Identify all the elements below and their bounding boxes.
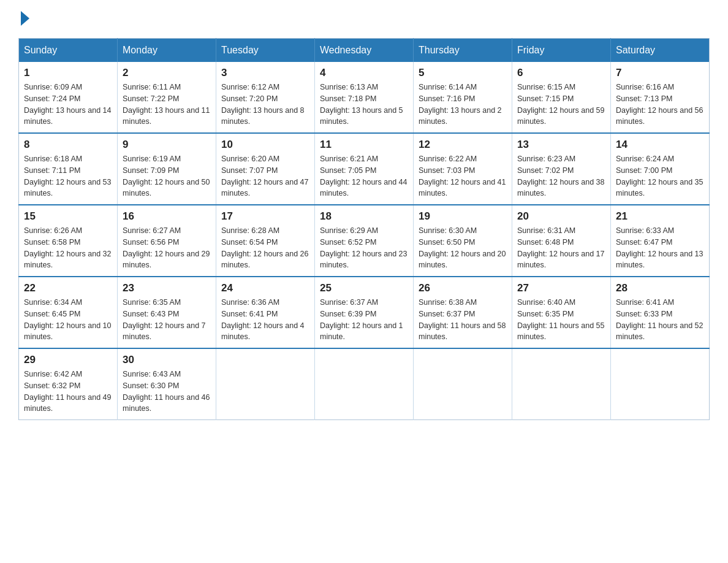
- day-info: Sunrise: 6:36 AMSunset: 6:41 PMDaylight:…: [221, 297, 309, 343]
- day-number: 4: [320, 67, 408, 79]
- calendar-cell: 27Sunrise: 6:40 AMSunset: 6:35 PMDayligh…: [512, 277, 611, 348]
- day-number: 1: [24, 67, 112, 79]
- day-info: Sunrise: 6:31 AMSunset: 6:48 PMDaylight:…: [517, 225, 605, 271]
- day-number: 28: [616, 282, 704, 294]
- day-info: Sunrise: 6:42 AMSunset: 6:32 PMDaylight:…: [24, 369, 112, 415]
- day-number: 8: [24, 139, 112, 151]
- calendar-cell: 19Sunrise: 6:30 AMSunset: 6:50 PMDayligh…: [414, 205, 512, 277]
- day-info: Sunrise: 6:26 AMSunset: 6:58 PMDaylight:…: [24, 225, 112, 271]
- calendar-cell: 16Sunrise: 6:27 AMSunset: 6:56 PMDayligh…: [118, 205, 216, 277]
- day-number: 3: [221, 67, 309, 79]
- calendar-cell: 24Sunrise: 6:36 AMSunset: 6:41 PMDayligh…: [216, 277, 315, 348]
- day-info: Sunrise: 6:40 AMSunset: 6:35 PMDaylight:…: [517, 297, 605, 343]
- week-row-1: 1Sunrise: 6:09 AMSunset: 7:24 PMDaylight…: [19, 62, 710, 133]
- day-info: Sunrise: 6:38 AMSunset: 6:37 PMDaylight:…: [419, 297, 507, 343]
- day-info: Sunrise: 6:34 AMSunset: 6:45 PMDaylight:…: [24, 297, 112, 343]
- calendar-cell: 15Sunrise: 6:26 AMSunset: 6:58 PMDayligh…: [19, 205, 118, 277]
- day-info: Sunrise: 6:24 AMSunset: 7:00 PMDaylight:…: [616, 153, 704, 199]
- calendar-cell: 25Sunrise: 6:37 AMSunset: 6:39 PMDayligh…: [315, 277, 414, 348]
- calendar-cell: 9Sunrise: 6:19 AMSunset: 7:09 PMDaylight…: [118, 133, 216, 205]
- day-number: 24: [221, 282, 309, 294]
- day-number: 21: [616, 210, 704, 223]
- day-number: 5: [419, 67, 507, 79]
- day-info: Sunrise: 6:12 AMSunset: 7:20 PMDaylight:…: [221, 82, 309, 128]
- logo-triangle-icon: [21, 11, 29, 26]
- day-number: 20: [517, 210, 605, 223]
- day-number: 30: [123, 354, 211, 366]
- day-info: Sunrise: 6:13 AMSunset: 7:18 PMDaylight:…: [320, 82, 408, 128]
- day-info: Sunrise: 6:19 AMSunset: 7:09 PMDaylight:…: [123, 153, 211, 199]
- day-number: 22: [24, 282, 112, 294]
- day-info: Sunrise: 6:29 AMSunset: 6:52 PMDaylight:…: [320, 225, 408, 271]
- calendar-cell: 20Sunrise: 6:31 AMSunset: 6:48 PMDayligh…: [512, 205, 611, 277]
- day-info: Sunrise: 6:35 AMSunset: 6:43 PMDaylight:…: [123, 297, 211, 343]
- day-info: Sunrise: 6:43 AMSunset: 6:30 PMDaylight:…: [123, 369, 211, 415]
- day-number: 25: [320, 282, 408, 294]
- weekday-header-friday: Friday: [512, 39, 611, 63]
- logo: [18, 12, 31, 27]
- calendar-cell: 10Sunrise: 6:20 AMSunset: 7:07 PMDayligh…: [216, 133, 315, 205]
- day-number: 29: [24, 354, 112, 366]
- day-number: 17: [221, 210, 309, 223]
- page-header: [18, 12, 710, 27]
- calendar-cell: 30Sunrise: 6:43 AMSunset: 6:30 PMDayligh…: [118, 348, 216, 420]
- day-info: Sunrise: 6:22 AMSunset: 7:03 PMDaylight:…: [419, 153, 507, 199]
- day-info: Sunrise: 6:30 AMSunset: 6:50 PMDaylight:…: [419, 225, 507, 271]
- calendar-cell: 5Sunrise: 6:14 AMSunset: 7:16 PMDaylight…: [414, 62, 512, 133]
- day-info: Sunrise: 6:09 AMSunset: 7:24 PMDaylight:…: [24, 82, 112, 128]
- day-number: 11: [320, 139, 408, 151]
- weekday-header-thursday: Thursday: [414, 39, 512, 63]
- calendar-cell: 29Sunrise: 6:42 AMSunset: 6:32 PMDayligh…: [19, 348, 118, 420]
- day-info: Sunrise: 6:15 AMSunset: 7:15 PMDaylight:…: [517, 82, 605, 128]
- calendar-cell: 21Sunrise: 6:33 AMSunset: 6:47 PMDayligh…: [611, 205, 710, 277]
- day-number: 14: [616, 139, 704, 151]
- week-row-5: 29Sunrise: 6:42 AMSunset: 6:32 PMDayligh…: [19, 348, 710, 420]
- day-number: 23: [123, 282, 211, 294]
- day-number: 15: [24, 210, 112, 223]
- calendar-cell: 6Sunrise: 6:15 AMSunset: 7:15 PMDaylight…: [512, 62, 611, 133]
- day-info: Sunrise: 6:20 AMSunset: 7:07 PMDaylight:…: [221, 153, 309, 199]
- day-number: 6: [517, 67, 605, 79]
- calendar-cell: 12Sunrise: 6:22 AMSunset: 7:03 PMDayligh…: [414, 133, 512, 205]
- calendar-cell: 14Sunrise: 6:24 AMSunset: 7:00 PMDayligh…: [611, 133, 710, 205]
- day-info: Sunrise: 6:28 AMSunset: 6:54 PMDaylight:…: [221, 225, 309, 271]
- day-info: Sunrise: 6:14 AMSunset: 7:16 PMDaylight:…: [419, 82, 507, 128]
- calendar-cell: 8Sunrise: 6:18 AMSunset: 7:11 PMDaylight…: [19, 133, 118, 205]
- day-info: Sunrise: 6:11 AMSunset: 7:22 PMDaylight:…: [123, 82, 211, 128]
- day-number: 9: [123, 139, 211, 151]
- day-info: Sunrise: 6:33 AMSunset: 6:47 PMDaylight:…: [616, 225, 704, 271]
- day-number: 2: [123, 67, 211, 79]
- calendar-cell: 18Sunrise: 6:29 AMSunset: 6:52 PMDayligh…: [315, 205, 414, 277]
- day-number: 12: [419, 139, 507, 151]
- calendar-cell: 3Sunrise: 6:12 AMSunset: 7:20 PMDaylight…: [216, 62, 315, 133]
- day-info: Sunrise: 6:27 AMSunset: 6:56 PMDaylight:…: [123, 225, 211, 271]
- calendar-cell: 2Sunrise: 6:11 AMSunset: 7:22 PMDaylight…: [118, 62, 216, 133]
- calendar-cell: [414, 348, 512, 420]
- calendar-cell: 28Sunrise: 6:41 AMSunset: 6:33 PMDayligh…: [611, 277, 710, 348]
- day-info: Sunrise: 6:41 AMSunset: 6:33 PMDaylight:…: [616, 297, 704, 343]
- calendar-cell: 26Sunrise: 6:38 AMSunset: 6:37 PMDayligh…: [414, 277, 512, 348]
- weekday-header-monday: Monday: [118, 39, 216, 63]
- day-number: 19: [419, 210, 507, 223]
- day-number: 26: [419, 282, 507, 294]
- weekday-header-tuesday: Tuesday: [216, 39, 315, 63]
- calendar-cell: 22Sunrise: 6:34 AMSunset: 6:45 PMDayligh…: [19, 277, 118, 348]
- calendar-cell: [315, 348, 414, 420]
- calendar-cell: 13Sunrise: 6:23 AMSunset: 7:02 PMDayligh…: [512, 133, 611, 205]
- calendar-cell: 4Sunrise: 6:13 AMSunset: 7:18 PMDaylight…: [315, 62, 414, 133]
- week-row-2: 8Sunrise: 6:18 AMSunset: 7:11 PMDaylight…: [19, 133, 710, 205]
- day-number: 18: [320, 210, 408, 223]
- calendar-table: SundayMondayTuesdayWednesdayThursdayFrid…: [18, 38, 710, 420]
- day-number: 13: [517, 139, 605, 151]
- calendar-cell: [512, 348, 611, 420]
- calendar-cell: 11Sunrise: 6:21 AMSunset: 7:05 PMDayligh…: [315, 133, 414, 205]
- week-row-3: 15Sunrise: 6:26 AMSunset: 6:58 PMDayligh…: [19, 205, 710, 277]
- calendar-cell: [611, 348, 710, 420]
- day-number: 16: [123, 210, 211, 223]
- calendar-cell: 1Sunrise: 6:09 AMSunset: 7:24 PMDaylight…: [19, 62, 118, 133]
- day-info: Sunrise: 6:16 AMSunset: 7:13 PMDaylight:…: [616, 82, 704, 128]
- weekday-header-sunday: Sunday: [19, 39, 118, 63]
- day-info: Sunrise: 6:21 AMSunset: 7:05 PMDaylight:…: [320, 153, 408, 199]
- day-info: Sunrise: 6:37 AMSunset: 6:39 PMDaylight:…: [320, 297, 408, 343]
- day-number: 10: [221, 139, 309, 151]
